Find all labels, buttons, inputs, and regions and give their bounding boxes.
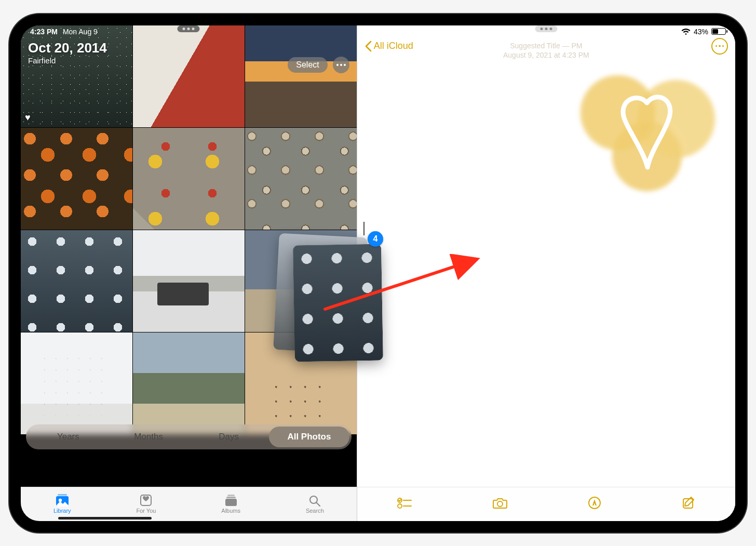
- segment-days[interactable]: Days: [188, 427, 269, 447]
- photos-grid-viewport[interactable]: ♥ Oct 20, 2014: [21, 25, 357, 487]
- notes-sketch-attachment[interactable]: [574, 75, 720, 200]
- ipad-device-frame: 4:23 PM Mon Aug 9 ♥: [9, 14, 747, 532]
- photo-thumb[interactable]: [21, 230, 132, 332]
- photos-tab-bar: Library For You Albums Search: [21, 487, 357, 521]
- notes-back-button[interactable]: All iCloud: [365, 41, 413, 52]
- tab-library[interactable]: Library: [53, 494, 71, 514]
- compose-button[interactable]: [682, 496, 695, 512]
- tab-search[interactable]: Search: [306, 494, 324, 514]
- segment-months[interactable]: Months: [109, 427, 189, 447]
- checklist-icon: [397, 497, 412, 509]
- status-bar-right: 43%: [681, 28, 726, 36]
- multitask-pill-notes[interactable]: [535, 25, 557, 32]
- photos-view-segmented-control[interactable]: Years Months Days All Photos: [26, 424, 352, 449]
- photo-thumb[interactable]: [245, 230, 357, 332]
- notes-bottom-toolbar: [357, 487, 735, 521]
- foryou-icon: [139, 494, 153, 507]
- photo-thumb[interactable]: [21, 128, 132, 230]
- notes-suggested-date: August 9, 2021 at 4:23 PM: [503, 50, 589, 60]
- tab-for-you[interactable]: For You: [136, 494, 156, 514]
- photo-thumb[interactable]: [133, 128, 245, 230]
- notes-more-button[interactable]: [711, 38, 728, 55]
- notes-editor-body[interactable]: [357, 61, 735, 487]
- svg-rect-6: [225, 499, 237, 506]
- ellipsis-icon: [716, 45, 724, 47]
- ellipsis-icon: [336, 64, 346, 66]
- notes-suggested-title: Suggested Title — PM: [503, 41, 589, 50]
- app-notes: 43% All iCloud Suggested Title — PM Augu…: [357, 25, 735, 521]
- photo-grid: ♥: [21, 25, 357, 487]
- markup-icon: [588, 496, 601, 510]
- svg-point-11: [398, 504, 402, 508]
- tab-label: Search: [306, 508, 324, 514]
- svg-rect-5: [226, 497, 236, 498]
- camera-icon: [492, 497, 508, 509]
- notes-back-label: All iCloud: [374, 41, 413, 51]
- photo-thumb[interactable]: [245, 25, 357, 127]
- albums-icon: [224, 494, 238, 507]
- heart-sketch-icon: [618, 94, 676, 171]
- wifi-icon: [681, 28, 691, 35]
- home-indicator-left[interactable]: [58, 517, 152, 520]
- text-insertion-cursor: [363, 222, 365, 235]
- tab-label: Albums: [221, 508, 240, 514]
- multitask-pill-photos[interactable]: [178, 25, 200, 32]
- tab-label: Library: [53, 508, 71, 514]
- favorite-heart-icon: ♥: [25, 112, 31, 123]
- tab-albums[interactable]: Albums: [221, 494, 240, 514]
- svg-line-8: [317, 503, 320, 506]
- battery-icon: [711, 28, 726, 35]
- photo-thumb[interactable]: [21, 332, 132, 434]
- svg-point-13: [497, 501, 503, 507]
- svg-point-7: [310, 496, 317, 503]
- drag-count-badge: 4: [368, 231, 383, 247]
- svg-rect-4: [227, 495, 235, 496]
- photos-location-subtitle: Fairfield: [28, 56, 107, 65]
- photos-more-button[interactable]: [333, 57, 349, 73]
- checklist-button[interactable]: [397, 497, 412, 511]
- tab-label: For You: [136, 508, 156, 514]
- battery-percent: 43%: [694, 28, 708, 36]
- search-icon: [308, 494, 321, 507]
- compose-icon: [682, 496, 695, 510]
- chevron-left-icon: [365, 41, 372, 52]
- photo-thumb[interactable]: [133, 230, 245, 332]
- status-time: 4:23 PM: [30, 28, 58, 36]
- status-bar-left: 4:23 PM Mon Aug 9: [30, 28, 98, 36]
- photo-thumb[interactable]: [133, 25, 245, 127]
- app-photos: 4:23 PM Mon Aug 9 ♥: [21, 25, 357, 521]
- photo-thumb[interactable]: [245, 128, 357, 230]
- photos-date-title: Oct 20, 2014: [28, 40, 107, 56]
- markup-button[interactable]: [588, 496, 601, 512]
- photo-thumb[interactable]: [133, 332, 245, 434]
- status-date: Mon Aug 9: [63, 28, 98, 36]
- camera-button[interactable]: [492, 497, 508, 511]
- svg-rect-1: [58, 494, 67, 496]
- library-icon: [55, 494, 70, 507]
- notes-suggested-meta: Suggested Title — PM August 9, 2021 at 4…: [503, 41, 589, 60]
- photo-thumb[interactable]: [245, 332, 357, 434]
- select-button[interactable]: Select: [288, 57, 327, 73]
- segment-all-photos[interactable]: All Photos: [269, 427, 349, 447]
- ipad-screen: 4:23 PM Mon Aug 9 ♥: [21, 25, 735, 521]
- segment-years[interactable]: Years: [28, 427, 109, 447]
